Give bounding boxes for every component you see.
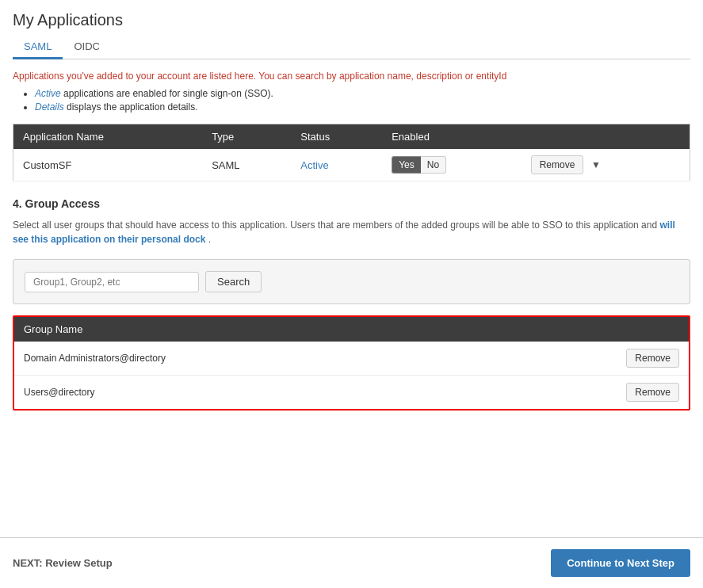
- group-search-input[interactable]: [25, 272, 199, 292]
- app-table-header-row: Application Name Type Status Enabled: [13, 124, 690, 150]
- group-table: Group Name Domain Administrators@directo…: [14, 317, 689, 409]
- toggle-no-button[interactable]: No: [421, 156, 446, 174]
- group-action-cell: Remove: [617, 376, 689, 410]
- group-remove-button-0[interactable]: Remove: [626, 349, 679, 368]
- col-status: Status: [291, 124, 382, 150]
- dropdown-arrow-icon[interactable]: ▼: [591, 159, 601, 170]
- group-access-title: 4. Group Access: [13, 197, 690, 210]
- info-text: Applications you've added to your accoun…: [13, 71, 690, 82]
- col-actions: [522, 124, 690, 150]
- group-name-cell: Users@directory: [14, 376, 617, 410]
- app-table: Application Name Type Status Enabled Cus…: [13, 124, 690, 181]
- app-status-cell: Active: [291, 149, 382, 181]
- group-action-cell: Remove: [617, 342, 689, 376]
- toggle-container: Yes No: [392, 156, 511, 174]
- search-input-row: Search: [25, 271, 678, 292]
- group-remove-button-1[interactable]: Remove: [626, 383, 679, 402]
- group-table-header-row: Group Name: [14, 317, 689, 342]
- group-access-section: 4. Group Access Select all user groups t…: [13, 197, 690, 410]
- toggle-yes-button[interactable]: Yes: [392, 156, 421, 174]
- tab-oidc[interactable]: OIDC: [63, 36, 111, 59]
- col-app-name: Application Name: [13, 124, 203, 150]
- col-enabled: Enabled: [382, 124, 521, 150]
- list-item: Active applications are enabled for sing…: [35, 88, 690, 99]
- page-footer: NEXT: Review Setup Continue to Next Step: [0, 537, 703, 588]
- tabs-container: SAML OIDC: [13, 36, 690, 59]
- app-action-cell: Remove ▼: [522, 149, 690, 181]
- search-button[interactable]: Search: [205, 271, 262, 292]
- app-remove-button[interactable]: Remove: [531, 155, 584, 174]
- status-active-link[interactable]: Active: [300, 159, 328, 171]
- col-group-name: Group Name: [14, 317, 617, 342]
- content-area: Applications you've added to your accoun…: [0, 59, 703, 537]
- continue-button[interactable]: Continue to Next Step: [551, 549, 690, 577]
- group-table-wrapper: Group Name Domain Administrators@directo…: [13, 315, 690, 410]
- col-group-action: [617, 317, 689, 342]
- group-name-cell: Domain Administrators@directory: [14, 342, 617, 376]
- group-access-description: Select all user groups that should have …: [13, 218, 690, 246]
- app-type-cell: SAML: [202, 149, 291, 181]
- next-step-label: NEXT: Review Setup: [13, 557, 113, 569]
- page-wrapper: My Applications SAML OIDC Applications y…: [0, 0, 703, 588]
- search-container: Search: [13, 259, 690, 304]
- app-name-cell: CustomSF: [13, 149, 203, 181]
- table-row: Users@directory Remove: [14, 376, 689, 410]
- col-type: Type: [202, 124, 291, 150]
- app-enabled-cell: Yes No: [382, 149, 521, 181]
- tab-saml[interactable]: SAML: [13, 36, 63, 59]
- table-row: CustomSF SAML Active Yes No Remove ▼: [13, 149, 690, 181]
- page-title: My Applications: [13, 11, 690, 29]
- bullet-list: Active applications are enabled for sing…: [35, 88, 690, 113]
- table-row: Domain Administrators@directory Remove: [14, 342, 689, 376]
- page-header: My Applications SAML OIDC: [0, 0, 703, 59]
- list-item: Details displays the application details…: [35, 101, 690, 113]
